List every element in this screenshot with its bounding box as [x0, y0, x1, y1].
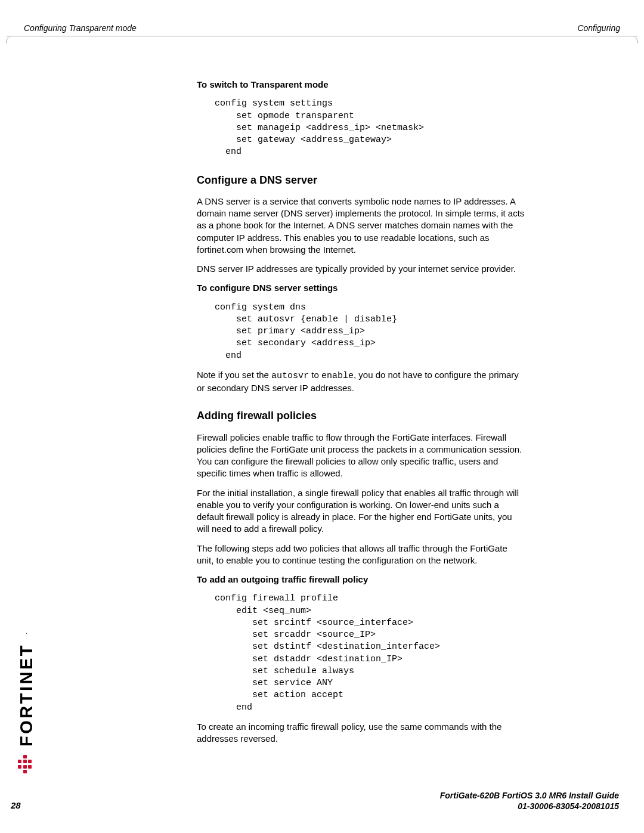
firewall-paragraph-2: For the initial installation, a single f…: [197, 487, 525, 535]
inline-code-enable: enable: [321, 371, 354, 381]
footer-guide-title: FortiGate-620B FortiOS 3.0 MR6 Install G…: [440, 791, 619, 800]
fortinet-logo: . FORTINET: [17, 636, 33, 773]
page-number: 28: [11, 800, 21, 812]
transparent-mode-code: config system settings set opmode transp…: [215, 98, 525, 158]
page-footer: FortiGate-620B FortiOS 3.0 MR6 Install G…: [25, 790, 619, 812]
firewall-section-title: Adding firewall policies: [197, 408, 525, 423]
firewall-policy-heading: To add an outgoing traffic firewall poli…: [197, 574, 525, 586]
header-chapter-title: Configuring: [577, 23, 620, 34]
firewall-policy-code: config firewall profile edit <seq_num> s…: [215, 593, 525, 714]
header-rule: [6, 36, 638, 36]
main-content: To switch to Transparent mode config sys…: [197, 79, 525, 745]
inline-code-autosvr: autosvr: [271, 371, 309, 381]
header-section-title: Configuring Transparent mode: [24, 23, 137, 34]
fortinet-logo-text: FORTINET: [15, 643, 38, 747]
firewall-paragraph-3: The following steps add two policies tha…: [197, 543, 525, 567]
fortinet-trademark-dot: .: [21, 633, 29, 634]
footer-doc-id: 01-30006-83054-20081015: [518, 801, 619, 811]
dns-note: Note if you set the autosvr to enable, y…: [197, 369, 525, 395]
dns-paragraph-2: DNS server IP addresses are typically pr…: [197, 263, 525, 275]
firewall-paragraph-1: Firewall policies enable traffic to flow…: [197, 432, 525, 480]
page-header: Configuring Transparent mode Configuring: [24, 23, 620, 37]
fortinet-logo-icon: [18, 755, 32, 774]
dns-paragraph-1: A DNS server is a service that converts …: [197, 196, 525, 256]
firewall-paragraph-4: To create an incoming traffic firewall p…: [197, 721, 525, 745]
dns-section-title: Configure a DNS server: [197, 173, 525, 187]
transparent-mode-heading: To switch to Transparent mode: [197, 79, 525, 91]
dns-config-heading: To configure DNS server settings: [197, 282, 525, 294]
dns-config-code: config system dns set autosvr {enable | …: [215, 302, 525, 362]
